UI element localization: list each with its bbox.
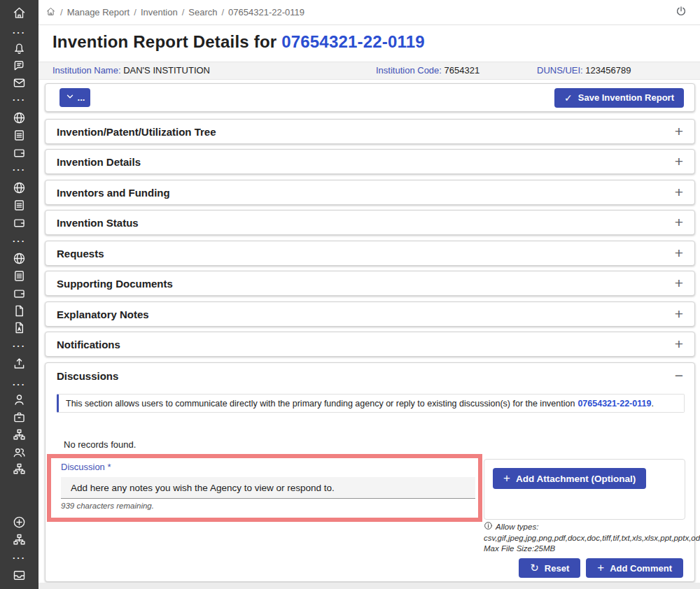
document-icon[interactable] (0, 198, 38, 213)
logout-power-button[interactable] (672, 3, 690, 22)
allowed-file-types-note: Allow types: csv,gif,jpeg,jpg,png,pdf,do… (484, 521, 694, 554)
document-icon[interactable] (0, 269, 38, 283)
home-icon[interactable] (0, 6, 38, 20)
accordion-invention-details[interactable]: Invention Details+ (45, 149, 695, 174)
info-invention-id: 07654321-22-0119 (578, 399, 651, 409)
app-window: ··· ··· ··· ··· ··· ··· ··· / (0, 0, 700, 589)
people-icon[interactable] (0, 445, 38, 460)
ellipsis-icon[interactable]: ··· (0, 555, 38, 562)
institution-name: Institution Name: DAN'S INSTITUTION (52, 65, 210, 76)
power-icon (675, 5, 687, 20)
save-invention-report-button[interactable]: ✓Save Invention Report (554, 88, 684, 108)
globe-icon[interactable] (0, 180, 38, 195)
reset-button[interactable]: ↻Reset (519, 558, 580, 578)
more-actions-dropdown-button[interactable]: ... (59, 88, 90, 107)
globe-icon[interactable] (0, 111, 38, 125)
accordion-requests[interactable]: Requests+ (45, 241, 695, 266)
breadcrumb-item-search[interactable]: Search (188, 7, 217, 17)
accordion-discussions-expanded: Discussions− This section allows users t… (45, 362, 695, 582)
page-title-report-id: 07654321-22-0119 (281, 32, 425, 51)
breadcrumb-home-icon[interactable] (46, 6, 56, 19)
max-file-size: Max File Size:25MB (484, 544, 694, 554)
upload-icon[interactable] (0, 356, 38, 371)
org-chart-icon[interactable] (0, 427, 38, 442)
wallet-icon[interactable] (0, 146, 38, 160)
ellipsis-icon[interactable]: ··· (0, 29, 38, 36)
accordion-explanatory-notes[interactable]: Explanatory Notes+ (45, 301, 695, 327)
institution-code: Institution Code: 7654321 (376, 65, 479, 76)
plus-icon: + (503, 471, 510, 485)
discussion-field-highlight: Discussion * Add here any notes you wish… (47, 454, 482, 522)
mail-icon[interactable] (0, 76, 38, 90)
breadcrumb-separator: / (60, 7, 63, 17)
globe-icon[interactable] (0, 251, 38, 266)
collapse-minus-icon: − (675, 369, 683, 383)
plus-icon: + (597, 561, 604, 575)
expand-plus-icon: + (675, 276, 683, 290)
accordion-notifications[interactable]: Notifications+ (45, 332, 695, 357)
page-title-text: Invention Report Details for (52, 32, 281, 51)
expand-plus-icon: + (675, 125, 683, 139)
discussions-info-alert: This section allows users to communicate… (57, 394, 685, 413)
inbox-icon[interactable] (0, 568, 38, 583)
plus-circle-icon[interactable] (0, 515, 38, 530)
org-chart-icon[interactable] (0, 532, 38, 547)
expand-plus-icon: + (675, 246, 683, 260)
check-icon: ✓ (564, 92, 573, 104)
no-records-text: No records found. (64, 439, 136, 450)
breadcrumb-item-manage-report[interactable]: Manage Report (67, 7, 130, 17)
characters-remaining-hint: 939 characters remaining. (61, 502, 468, 510)
accordion-supporting-documents[interactable]: Supporting Documents+ (45, 271, 695, 296)
ellipsis-icon[interactable]: ··· (0, 166, 38, 173)
expand-plus-icon: + (675, 337, 683, 351)
wallet-icon[interactable] (0, 286, 38, 301)
sidebar: ··· ··· ··· ··· ··· ··· ··· (0, 0, 38, 589)
info-icon (484, 521, 493, 533)
breadcrumb-item-invention[interactable]: Invention (141, 7, 178, 17)
allowed-file-types-list: csv,gif,jpeg,jpg,png,pdf,docx,doc,tiff,t… (484, 533, 694, 544)
breadcrumb: / Manage Report / Invention / Search / 0… (46, 6, 672, 19)
attachment-dropzone: +Add Attachment (Optional) (484, 459, 685, 520)
bell-icon[interactable] (0, 41, 38, 55)
org-chart-icon[interactable] (0, 462, 38, 476)
chat-icon[interactable] (0, 58, 38, 73)
discussion-textarea[interactable]: Add here any notes you wish the Agency t… (61, 477, 475, 499)
discussion-actions: ↻Reset +Add Comment (519, 558, 683, 578)
ellipsis-icon[interactable]: ··· (0, 97, 38, 104)
breadcrumb-item-report-id[interactable]: 07654321-22-0119 (228, 7, 304, 17)
chevron-down-icon (65, 92, 75, 104)
accordion-invention-status[interactable]: Invention Status+ (45, 210, 695, 235)
document-icon[interactable] (0, 128, 38, 143)
expand-plus-icon: + (675, 307, 683, 321)
expand-plus-icon: + (675, 155, 683, 169)
person-icon[interactable] (0, 392, 38, 407)
page-background-strip (38, 583, 700, 589)
discussions-header[interactable]: Discussions− (46, 363, 694, 388)
ellipsis-icon[interactable]: ··· (0, 343, 38, 350)
page-title: Invention Report Details for 07654321-22… (52, 32, 425, 52)
file-pdf-icon[interactable] (0, 320, 38, 335)
briefcase-icon[interactable] (0, 410, 38, 425)
duns-uei: DUNS/UEI: 123456789 (537, 65, 631, 76)
refresh-icon: ↻ (530, 562, 539, 574)
ellipsis-icon[interactable]: ··· (0, 381, 38, 388)
discussion-field-label: Discussion * (61, 462, 468, 472)
institution-strip: Institution Name: DAN'S INSTITUTION Inst… (38, 62, 700, 80)
expand-plus-icon: + (675, 185, 683, 199)
actions-toolbar: ... ✓Save Invention Report (45, 83, 695, 112)
file-icon[interactable] (0, 304, 38, 318)
breadcrumb-separator: / (134, 7, 136, 17)
add-comment-button[interactable]: +Add Comment (586, 558, 683, 578)
accordion-invention-patent-utilization-tree[interactable]: Invention/Patent/Utilization Tree+ (45, 119, 695, 144)
accordion-inventors-and-funding[interactable]: Inventors and Funding+ (45, 180, 695, 205)
expand-plus-icon: + (675, 215, 683, 229)
add-attachment-button[interactable]: +Add Attachment (Optional) (493, 468, 646, 489)
discussions-body: This section allows users to communicate… (46, 388, 694, 581)
top-header: / Manage Report / Invention / Search / 0… (38, 0, 700, 25)
breadcrumb-separator: / (182, 7, 185, 17)
breadcrumb-separator: / (221, 7, 224, 17)
wallet-icon[interactable] (0, 215, 38, 230)
ellipsis-icon[interactable]: ··· (0, 238, 38, 245)
